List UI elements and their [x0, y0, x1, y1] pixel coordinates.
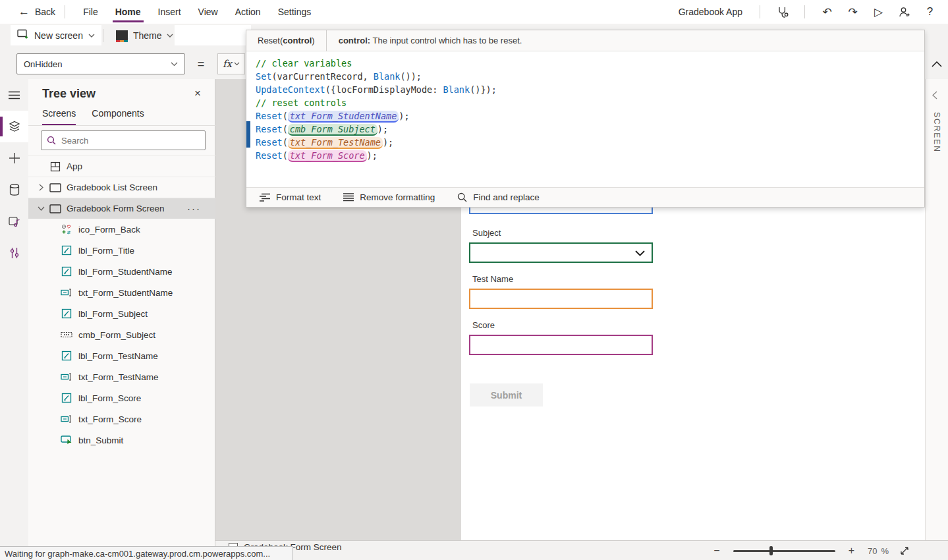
play-preview-icon[interactable]: ▷ — [866, 0, 891, 24]
data-sources-icon[interactable] — [0, 174, 28, 206]
code-token: ()); — [400, 71, 422, 82]
zoom-number: 70 — [868, 546, 877, 556]
advanced-tools-icon[interactable] — [0, 237, 28, 269]
find-and-replace-button[interactable]: Find and replace — [457, 192, 540, 202]
format-text-label: Format text — [276, 192, 321, 202]
editor-selection-bar — [246, 121, 250, 148]
chevron-down-icon[interactable] — [36, 204, 45, 213]
tree-item-label: lbl_Form_Score — [78, 393, 141, 403]
chevron-up-icon[interactable] — [932, 61, 942, 67]
fx-button[interactable]: fx — [217, 53, 245, 74]
code-line: Reset(cmb_Form_Subject); — [256, 123, 924, 136]
chevron-down-icon — [171, 62, 178, 67]
control-reference: txt_Form_TestName — [288, 137, 383, 149]
theme-aa-icon: Aa — [116, 30, 128, 41]
tree-item-app[interactable]: App — [28, 155, 215, 177]
tree-item-txt-form-testname[interactable]: txt_Form_TestName — [28, 366, 215, 387]
tree-item-txt-form-studentname[interactable]: txt_Form_StudentName — [28, 282, 215, 303]
media-icon[interactable] — [0, 206, 28, 237]
tree-item-lbl-form-title[interactable]: lbl_Form_Title — [28, 240, 215, 261]
left-rail — [0, 79, 28, 560]
insert-plus-icon[interactable] — [0, 142, 28, 174]
score-input[interactable] — [469, 335, 653, 355]
app-checker-icon[interactable] — [769, 0, 795, 24]
tree-item-lbl-form-testname[interactable]: lbl_Form_TestName — [28, 345, 215, 366]
combobox-icon — [61, 329, 72, 341]
format-text-button[interactable]: Format text — [260, 192, 321, 202]
signature-prefix: Reset( — [258, 36, 283, 45]
property-selector[interactable]: OnHidden — [16, 53, 185, 74]
menu-action[interactable]: Action — [235, 1, 261, 23]
tree-item-label: txt_Form_TestName — [78, 372, 159, 382]
code-token: ( — [283, 111, 288, 121]
tree-item-gradebook-form-screen[interactable]: Gradebook Form Screen··· — [28, 198, 215, 219]
zoom-out-button[interactable]: − — [711, 545, 722, 557]
search-box[interactable] — [41, 130, 206, 150]
menu-file[interactable]: File — [83, 1, 98, 23]
menu-view[interactable]: View — [198, 1, 218, 23]
subject-dropdown[interactable] — [469, 242, 653, 263]
textinput-icon — [61, 287, 72, 298]
code-token: ( — [283, 124, 288, 134]
zoom-unit: % — [881, 546, 889, 556]
help-icon[interactable]: ? — [917, 0, 943, 24]
app-screen-canvas[interactable] — [461, 159, 948, 558]
back-button[interactable]: ← Back — [18, 5, 55, 18]
param-text: The input control which has to be reset. — [370, 36, 522, 45]
chevron-down-icon — [234, 62, 240, 66]
tab-screens[interactable]: Screens — [42, 108, 76, 125]
zoom-percentage: 70 % — [868, 546, 889, 556]
top-menu-bar: ← Back FileHomeInsertViewActionSettings … — [0, 0, 948, 24]
tree-item-label: lbl_Form_Subject — [78, 309, 148, 319]
formula-code-editor[interactable]: // clear variablesSet(varCurrentRecord, … — [246, 51, 924, 188]
tree-item-lbl-form-subject[interactable]: lbl_Form_Subject — [28, 303, 215, 324]
code-token: Blank — [443, 84, 470, 95]
find-replace-label: Find and replace — [473, 192, 540, 202]
fit-to-window-icon[interactable] — [899, 546, 910, 556]
code-line: // reset controls — [256, 96, 924, 109]
zoom-in-button[interactable]: + — [846, 545, 857, 557]
tab-components[interactable]: Components — [92, 108, 144, 125]
divider — [760, 5, 760, 18]
menu-home[interactable]: Home — [115, 1, 141, 23]
undo-icon[interactable]: ↶ — [814, 0, 840, 24]
tree-item-label: ico_Form_Back — [78, 225, 140, 235]
test-name-input[interactable] — [469, 289, 653, 309]
menu-settings[interactable]: Settings — [278, 1, 312, 23]
tree-item-gradebook-list-screen[interactable]: Gradebook List Screen — [28, 177, 215, 198]
tree-item-lbl-form-studentname[interactable]: lbl_Form_StudentName — [28, 261, 215, 282]
screen-icon — [49, 203, 61, 215]
code-token: Reset — [256, 124, 283, 134]
function-signature: Reset(control) — [246, 30, 327, 51]
close-icon[interactable]: × — [190, 86, 206, 101]
redo-icon[interactable]: ↷ — [840, 0, 866, 24]
more-options-icon[interactable]: ··· — [187, 203, 201, 214]
search-input[interactable] — [61, 136, 200, 146]
zoom-slider-track[interactable] — [733, 550, 835, 552]
code-token: Reset — [256, 150, 283, 161]
code-token: Reset — [256, 137, 283, 148]
chevron-right-icon[interactable] — [36, 183, 45, 192]
theme-button[interactable]: Aa Theme — [111, 25, 179, 45]
tree-item-label: Gradebook Form Screen — [67, 204, 165, 213]
tree-item-lbl-form-score[interactable]: lbl_Form_Score — [28, 387, 215, 408]
zoom-slider-thumb[interactable] — [769, 546, 773, 555]
zoom-slider[interactable] — [733, 546, 835, 555]
theme-label: Theme — [133, 30, 162, 41]
tree-item-btn-submit[interactable]: btn_Submit — [28, 430, 215, 451]
share-person-icon[interactable] — [891, 0, 917, 24]
new-screen-button[interactable]: New screen — [11, 25, 101, 45]
tree-item-ico-form-back[interactable]: ico_Form_Back — [28, 219, 215, 240]
submit-button[interactable]: Submit — [470, 383, 543, 406]
tree-view-rail-icon[interactable] — [0, 111, 28, 142]
chevron-left-icon[interactable] — [932, 91, 937, 99]
menu-insert[interactable]: Insert — [158, 1, 181, 23]
tree-view-title: Tree view — [42, 87, 96, 101]
tree-item-cmb-form-subject[interactable]: cmb_Form_Subject — [28, 324, 215, 345]
tree-item-txt-form-score[interactable]: txt_Form_Score — [28, 408, 215, 430]
control-reference: cmb_Form_Subject — [288, 124, 377, 136]
score-label: Score — [472, 320, 495, 330]
hamburger-menu-icon[interactable] — [0, 79, 28, 111]
code-token: ( — [283, 137, 288, 148]
remove-formatting-button[interactable]: Remove formatting — [343, 192, 435, 202]
